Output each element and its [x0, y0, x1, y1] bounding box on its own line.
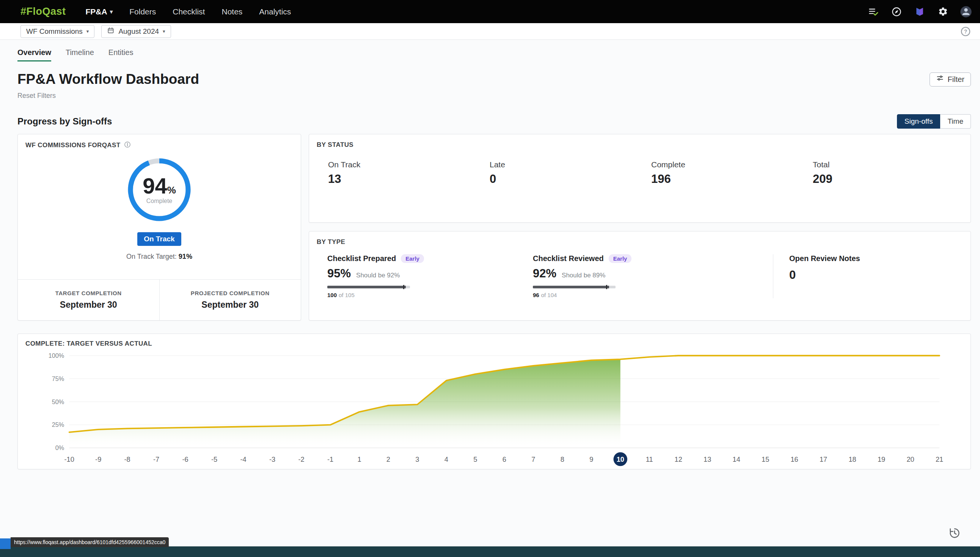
x-tick-label: 11	[646, 456, 653, 463]
nav-item-folders[interactable]: Folders	[129, 7, 156, 16]
x-tick-label: 6	[502, 456, 506, 463]
taskbar-corner	[0, 538, 11, 549]
reset-filters-link[interactable]: Reset Filters	[18, 92, 56, 100]
by-type-card: BY TYPE Checklist Prepared Early 95% Sho…	[309, 231, 971, 321]
by-status-title: BY STATUS	[317, 141, 353, 148]
compass-icon[interactable]	[890, 5, 903, 18]
status-on-track: On Track 13	[317, 160, 478, 186]
x-tick-label: 7	[531, 456, 535, 463]
nav-item-checklist[interactable]: Checklist	[172, 7, 205, 16]
nav-item-fpa[interactable]: FP&A ▾	[86, 7, 113, 16]
x-tick-label: -10	[65, 456, 74, 463]
progress-section-title: Progress by Sign-offs	[18, 116, 897, 127]
bottom-bar	[0, 546, 980, 557]
tab-overview[interactable]: Overview	[18, 48, 51, 62]
history-icon[interactable]	[948, 527, 961, 539]
x-tick-label: 12	[675, 456, 682, 463]
x-tick-label: -6	[182, 456, 189, 463]
by-status-card: BY STATUS On Track 13 Late 0 Complete 19…	[309, 134, 971, 223]
projected-completion: PROJECTED COMPLETION September 30	[160, 280, 301, 320]
filter-button[interactable]: Filter	[930, 72, 971, 86]
task-list-icon[interactable]	[867, 5, 880, 18]
link-status-tooltip: https://www.floqast.app/dashboard/6101df…	[11, 537, 169, 547]
by-type-title: BY TYPE	[309, 238, 353, 246]
status-total: Total 209	[801, 160, 963, 186]
x-tick-label: 13	[704, 456, 711, 463]
completion-percent: 94%	[143, 175, 176, 197]
workflow-select-label: WF Commissions	[26, 27, 83, 36]
x-tick-label: 17	[819, 456, 827, 463]
checklist-prepared-block: Checklist Prepared Early 95% Should be 9…	[309, 254, 533, 298]
should-be-marker	[403, 285, 404, 289]
x-tick-label: 16	[791, 456, 798, 463]
x-tick-label: 5	[473, 456, 477, 463]
toggle-signoffs[interactable]: Sign-offs	[897, 114, 941, 129]
settings-gear-icon[interactable]	[936, 5, 949, 18]
nav-item-analytics[interactable]: Analytics	[259, 7, 291, 16]
x-tick-label: 9	[589, 456, 593, 463]
info-icon[interactable]	[124, 141, 131, 150]
early-badge: Early	[401, 254, 424, 263]
x-tick-label: -7	[153, 456, 159, 463]
svg-text:?: ?	[964, 28, 967, 34]
x-tick-label: -2	[298, 456, 304, 463]
x-tick-label: -5	[211, 456, 217, 463]
y-tick-label: 50%	[52, 398, 65, 405]
help-icon[interactable]: ?	[960, 26, 971, 37]
y-tick-label: 75%	[52, 375, 65, 382]
x-tick-label: 4	[444, 456, 448, 463]
x-tick-label: 14	[733, 456, 740, 463]
view-tabs: Overview Timeline Entities	[18, 48, 971, 62]
target-vs-actual-card: COMPLETE: TARGET VERSUS ACTUAL 0%25%50%7…	[18, 334, 971, 469]
forqast-card-title: WF COMMISSIONS FORQAST	[25, 142, 120, 149]
nav-item-fpa-label: FP&A	[86, 7, 107, 16]
toggle-time[interactable]: Time	[940, 114, 971, 129]
completion-label: Complete	[146, 198, 172, 205]
actual-area	[70, 359, 621, 448]
page-title: FP&A Workflow Dashboard	[18, 71, 930, 87]
workflow-select[interactable]: WF Commissions ▾	[21, 25, 94, 38]
prepared-progress-bar	[327, 286, 410, 288]
main-nav: FP&A ▾ Folders Checklist Notes Analytics	[86, 7, 867, 16]
nav-item-notes[interactable]: Notes	[221, 7, 242, 16]
period-select-label: August 2024	[118, 27, 159, 36]
x-tick-label: -4	[240, 456, 246, 463]
user-avatar[interactable]	[959, 5, 972, 18]
status-badge: On Track	[137, 232, 181, 246]
current-day-label: 10	[617, 456, 624, 463]
main-content: Overview Timeline Entities FP&A Workflow…	[0, 48, 980, 469]
y-tick-label: 25%	[52, 421, 65, 428]
x-tick-label: -3	[269, 456, 275, 463]
on-track-target: On Track Target: 91%	[25, 253, 293, 261]
chart-title: COMPLETE: TARGET VERSUS ACTUAL	[24, 340, 152, 347]
x-tick-label: 19	[878, 456, 885, 463]
target-completion: TARGET COMPLETION September 30	[18, 280, 160, 320]
x-tick-label: -9	[95, 456, 101, 463]
x-tick-label: 1	[357, 456, 361, 463]
y-tick-label: 0%	[55, 444, 65, 451]
tab-entities[interactable]: Entities	[109, 48, 133, 62]
x-tick-label: -8	[124, 456, 130, 463]
target-vs-actual-chart: 0%25%50%75%100%-10-9-8-7-6-5-4-3-2-11234…	[24, 349, 965, 469]
x-tick-label: -1	[327, 456, 333, 463]
y-tick-label: 100%	[49, 352, 65, 359]
chevron-down-icon: ▾	[110, 8, 113, 15]
x-tick-label: 18	[848, 456, 856, 463]
x-tick-label: 3	[415, 456, 419, 463]
x-tick-label: 2	[387, 456, 390, 463]
filter-sliders-icon	[936, 74, 944, 84]
reviewed-progress-bar	[533, 286, 616, 288]
nav-icon-group	[867, 5, 972, 18]
checklist-reviewed-block: Checklist Reviewed Early 92% Should be 8…	[533, 254, 773, 298]
signoffs-time-toggle: Sign-offs Time	[897, 114, 971, 129]
forqast-card: WF COMMISSIONS FORQAST 94% Complete	[18, 134, 301, 321]
status-complete: Complete 196	[640, 160, 801, 186]
tab-timeline[interactable]: Timeline	[66, 48, 94, 62]
guru-icon[interactable]	[913, 5, 926, 18]
calendar-icon	[107, 26, 115, 36]
floqast-logo[interactable]: #FloQast	[21, 6, 66, 18]
period-select[interactable]: August 2024 ▾	[101, 25, 171, 38]
chevron-down-icon: ▾	[86, 28, 89, 34]
filter-button-label: Filter	[948, 75, 964, 84]
completion-ring: 94% Complete	[125, 156, 193, 224]
